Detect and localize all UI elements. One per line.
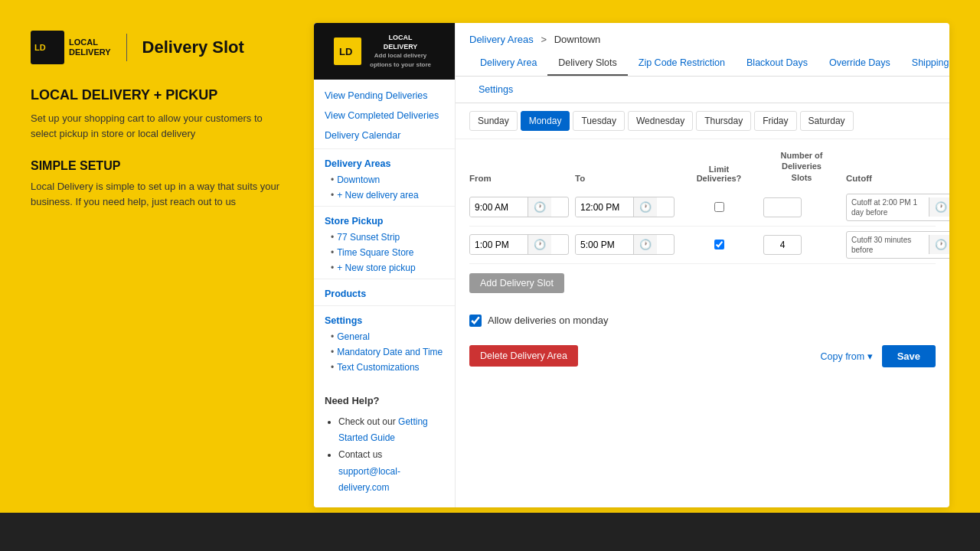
tab-settings[interactable]: Settings — [469, 81, 522, 98]
slot2-limit-checkbox[interactable] — [714, 240, 724, 249]
sidebar-logo-text: LOCALDELIVERY Add local delivery options… — [366, 34, 435, 69]
copy-from-chevron: ▾ — [867, 351, 873, 362]
tab-zip-code[interactable]: Zip Code Restriction — [628, 51, 736, 76]
sidebar: LD LOCALDELIVERY Add local delivery opti… — [314, 23, 456, 507]
day-btn-monday[interactable]: Monday — [521, 111, 570, 131]
allow-deliveries-label: Allow deliveries on monday — [488, 315, 609, 326]
tab-override-days[interactable]: Override Days — [818, 51, 901, 76]
slot2-to-clock-icon[interactable]: 🕐 — [633, 235, 657, 254]
slot1-to-group: 🕐 — [575, 197, 675, 217]
sub-heading: SIMPLE SETUP — [31, 159, 291, 173]
app-panel: LD LOCALDELIVERY Add local delivery opti… — [314, 23, 949, 507]
need-help-title: Need Help? — [325, 395, 444, 406]
need-help-item-guide: Check out our Getting Started Guide — [338, 414, 444, 447]
slot1-slots-cell — [763, 197, 840, 217]
right-actions: Copy from ▾ Save — [820, 345, 936, 367]
slot2-cutoff-group: Cutoff 30 minutes before 🕐 — [846, 231, 949, 259]
local-delivery-logo-icon: LD — [31, 31, 64, 64]
breadcrumb-separator: > — [541, 34, 547, 45]
day-btn-sunday[interactable]: Sunday — [469, 111, 518, 131]
sidebar-item-calendar[interactable]: Delivery Calendar — [314, 126, 455, 145]
sidebar-item-completed[interactable]: View Completed Deliveries — [314, 106, 455, 126]
day-btn-saturday[interactable]: Saturday — [800, 111, 854, 131]
slot2-from-input[interactable] — [470, 236, 528, 254]
breadcrumb: Delivery Areas > Downtown — [456, 23, 949, 51]
sidebar-brand: LOCALDELIVERY — [366, 34, 435, 51]
day-btn-tuesday[interactable]: Tuesday — [573, 111, 625, 131]
settings-sub-tab-row: Settings — [456, 77, 949, 103]
svg-text:LD: LD — [34, 43, 46, 52]
sidebar-item-mandatory-date[interactable]: Mandatory Date and Time — [314, 344, 455, 360]
breadcrumb-parent[interactable]: Delivery Areas — [469, 34, 534, 45]
divider-3 — [314, 279, 455, 279]
logo-page-title: Delivery Slot — [142, 37, 244, 57]
logo-divider — [126, 34, 127, 61]
col-header-to: To — [575, 174, 675, 183]
sidebar-item-new-store[interactable]: + New store pickup — [314, 260, 455, 276]
sidebar-section-store-pickup[interactable]: Store Pickup — [314, 210, 455, 230]
breadcrumb-current: Downtown — [554, 34, 601, 45]
bottom-bar — [0, 513, 980, 530]
slot1-limit-cell — [681, 202, 757, 212]
logo-app-name: LOCALDELIVERY — [69, 37, 111, 57]
day-btn-thursday[interactable]: Thursday — [696, 111, 751, 131]
sidebar-logo: LD LOCALDELIVERY Add local delivery opti… — [314, 23, 455, 80]
divider-4 — [314, 305, 455, 306]
col-header-limit: LimitDeliveries? — [681, 165, 757, 183]
need-help-section: Need Help? Check out our Getting Started… — [314, 381, 455, 507]
slot1-to-input[interactable] — [576, 198, 633, 217]
day-btn-friday[interactable]: Friday — [754, 111, 796, 131]
slot2-cutoff-clock-icon[interactable]: 🕐 — [929, 235, 949, 254]
slot2-from-group: 🕐 — [469, 234, 569, 255]
slot1-cutoff-group: Cutoff at 2:00 PM 1 day before 🕐 — [846, 194, 949, 221]
tab-blackout-days[interactable]: Blackout Days — [736, 51, 818, 76]
slot2-cutoff-text: Cutoff 30 minutes before — [847, 232, 929, 258]
day-btn-wednesday[interactable]: Wednesday — [628, 111, 693, 131]
sidebar-item-general[interactable]: General — [314, 329, 455, 344]
support-email-link[interactable]: support@local-delivery.com — [338, 466, 400, 494]
bottom-actions: Delete Delivery Area Copy from ▾ Save — [456, 337, 949, 381]
allow-deliveries-row: Allow deliveries on monday — [456, 304, 949, 337]
slot1-slots-input[interactable] — [763, 197, 802, 217]
sidebar-nav: View Pending Deliveries View Completed D… — [314, 80, 455, 381]
logo-box: LD LOCALDELIVERY — [31, 31, 111, 64]
sidebar-logo-icon-box: LD — [334, 37, 361, 65]
sidebar-item-downtown[interactable]: Downtown — [314, 172, 455, 187]
col-header-from: From — [469, 174, 569, 183]
divider-1 — [314, 148, 455, 149]
delete-delivery-area-button[interactable]: Delete Delivery Area — [469, 345, 578, 367]
logo-area: LD LOCALDELIVERY Delivery Slot — [31, 31, 291, 64]
copy-from-link[interactable]: Copy from ▾ — [820, 350, 872, 362]
divider-2 — [314, 206, 455, 207]
sidebar-item-settings[interactable]: Settings — [314, 309, 455, 329]
slot2-slots-input[interactable] — [763, 235, 802, 255]
tabs-bar: Delivery Area Delivery Slots Zip Code Re… — [456, 51, 949, 77]
slot1-from-input[interactable] — [470, 198, 528, 217]
sidebar-item-text-customizations[interactable]: Text Customizations — [314, 360, 455, 375]
tab-delivery-slots[interactable]: Delivery Slots — [547, 51, 627, 76]
sidebar-ld-icon: LD — [337, 41, 358, 62]
slot2-slots-cell — [763, 235, 840, 255]
sidebar-section-delivery-areas[interactable]: Delivery Areas — [314, 152, 455, 172]
slot1-to-clock-icon[interactable]: 🕐 — [633, 197, 657, 217]
tab-delivery-area[interactable]: Delivery Area — [469, 51, 547, 76]
slot2-to-input[interactable] — [576, 236, 633, 254]
add-delivery-slot-button[interactable]: Add Delivery Slot — [469, 273, 564, 293]
main-content: Delivery Areas > Downtown Delivery Area … — [456, 23, 949, 507]
slots-table-header: From To LimitDeliveries? Number of Deliv… — [469, 150, 936, 189]
allow-deliveries-checkbox[interactable] — [469, 315, 482, 327]
slot1-from-clock-icon[interactable]: 🕐 — [528, 197, 551, 217]
sidebar-item-new-delivery[interactable]: + New delivery area — [314, 187, 455, 203]
save-button[interactable]: Save — [882, 345, 936, 367]
main-description: Set up your shopping cart to allow your … — [31, 111, 291, 141]
sidebar-item-products[interactable]: Products — [314, 282, 455, 302]
sidebar-item-pending[interactable]: View Pending Deliveries — [314, 86, 455, 106]
tab-shipping-rates[interactable]: Shipping Rates — [901, 51, 949, 76]
slot2-from-clock-icon[interactable]: 🕐 — [528, 235, 551, 254]
left-panel: LD LOCALDELIVERY Delivery Slot LOCAL DEL… — [31, 23, 291, 507]
slot1-limit-checkbox[interactable] — [714, 202, 724, 212]
sidebar-item-sunset[interactable]: 77 Sunset Strip — [314, 230, 455, 245]
sidebar-item-timesquare[interactable]: Time Square Store — [314, 245, 455, 260]
slot1-cutoff-clock-icon[interactable]: 🕐 — [929, 197, 949, 217]
contact-text: Contact us — [338, 449, 382, 460]
